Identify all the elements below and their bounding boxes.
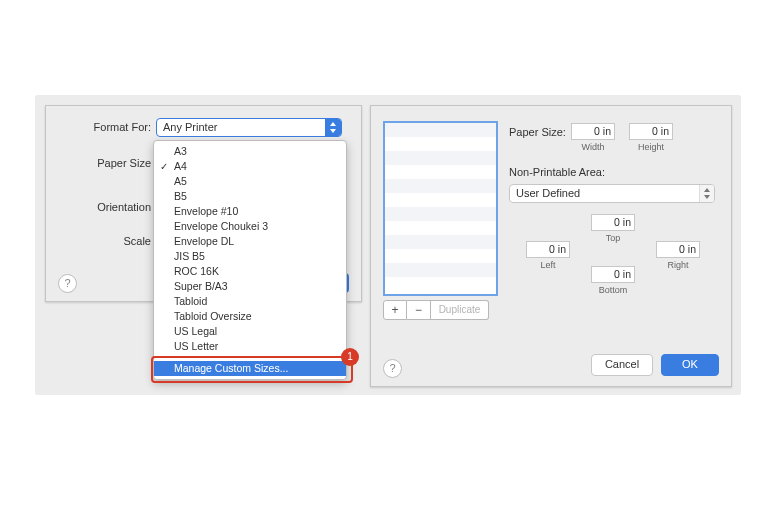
left-field[interactable]: 0 in xyxy=(526,241,570,258)
paper-size-label: Paper Size: xyxy=(509,126,566,138)
orientation-label: Orientation xyxy=(51,201,151,213)
sizes-listbox[interactable] xyxy=(383,121,498,296)
bottom-field[interactable]: 0 in xyxy=(591,266,635,283)
right-sublabel: Right xyxy=(656,260,700,270)
menu-item-manage-custom-sizes[interactable]: Manage Custom Sizes... xyxy=(154,361,346,376)
updown-icon xyxy=(325,119,341,136)
menu-item[interactable]: US Legal xyxy=(154,324,346,339)
duplicate-button[interactable]: Duplicate xyxy=(431,300,489,320)
menu-item[interactable]: A3 xyxy=(154,144,346,159)
annotation-badge: 1 xyxy=(341,348,359,366)
height-field[interactable]: 0 in xyxy=(629,123,673,140)
npa-select-value: User Defined xyxy=(516,187,580,199)
custom-sizes-dialog: + − Duplicate Paper Size: 0 in Width 0 i… xyxy=(370,105,732,387)
menu-item[interactable]: ROC 16K xyxy=(154,264,346,279)
cancel-button[interactable]: Cancel xyxy=(591,354,653,376)
format-for-value: Any Printer xyxy=(163,121,217,133)
width-sublabel: Width xyxy=(571,142,615,152)
menu-items: A3A4A5B5Envelope #10Envelope Choukei 3En… xyxy=(154,144,346,354)
remove-button[interactable]: − xyxy=(407,300,431,320)
help-button[interactable]: ? xyxy=(383,359,402,378)
npa-select[interactable]: User Defined xyxy=(509,184,715,203)
menu-item[interactable]: Envelope Choukei 3 xyxy=(154,219,346,234)
top-field[interactable]: 0 in xyxy=(591,214,635,231)
top-sublabel: Top xyxy=(591,233,635,243)
menu-item[interactable]: A5 xyxy=(154,174,346,189)
scale-label: Scale xyxy=(51,235,151,247)
menu-item[interactable]: Super B/A3 xyxy=(154,279,346,294)
menu-item[interactable]: JIS B5 xyxy=(154,249,346,264)
menu-item[interactable]: Tabloid Oversize xyxy=(154,309,346,324)
width-field[interactable]: 0 in xyxy=(571,123,615,140)
ok-button[interactable]: OK xyxy=(661,354,719,376)
menu-item[interactable]: A4 xyxy=(154,159,346,174)
menu-item[interactable]: B5 xyxy=(154,189,346,204)
format-for-select[interactable]: Any Printer xyxy=(156,118,342,137)
height-sublabel: Height xyxy=(629,142,673,152)
bottom-sublabel: Bottom xyxy=(591,285,635,295)
menu-item[interactable]: US Letter xyxy=(154,339,346,354)
menu-item[interactable]: Envelope #10 xyxy=(154,204,346,219)
npa-label: Non-Printable Area: xyxy=(509,166,605,178)
help-button[interactable]: ? xyxy=(58,274,77,293)
paper-size-menu[interactable]: A3A4A5B5Envelope #10Envelope Choukei 3En… xyxy=(153,140,347,380)
menu-item[interactable]: Tabloid xyxy=(154,294,346,309)
menu-item[interactable]: Envelope DL xyxy=(154,234,346,249)
format-for-label: Format For: xyxy=(51,121,151,133)
menu-separator xyxy=(154,357,346,358)
paper-size-label: Paper Size xyxy=(51,157,151,169)
right-field[interactable]: 0 in xyxy=(656,241,700,258)
updown-icon xyxy=(699,185,714,202)
add-button[interactable]: + xyxy=(383,300,407,320)
left-sublabel: Left xyxy=(526,260,570,270)
